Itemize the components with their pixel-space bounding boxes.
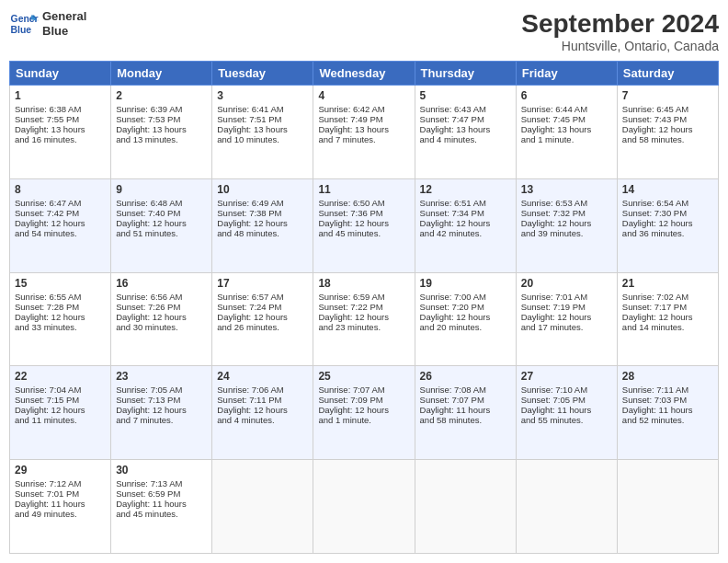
day-info: Daylight: 11 hours [420, 405, 511, 415]
day-info: and 45 minutes. [318, 228, 409, 238]
day-info: Daylight: 12 hours [15, 218, 106, 228]
day-info: Sunrise: 6:41 AM [217, 104, 308, 114]
calendar-cell [516, 460, 617, 554]
day-number: 1 [15, 89, 106, 102]
day-of-week-saturday: Saturday [617, 62, 718, 86]
day-info: and 36 minutes. [622, 228, 713, 238]
day-number: 2 [116, 89, 207, 102]
day-info: Sunset: 7:43 PM [622, 114, 713, 124]
calendar-cell: 15Sunrise: 6:55 AMSunset: 7:28 PMDayligh… [10, 272, 111, 366]
calendar-cell: 3Sunrise: 6:41 AMSunset: 7:51 PMDaylight… [212, 86, 313, 179]
day-number: 17 [217, 277, 308, 290]
day-info: Daylight: 13 hours [521, 124, 612, 134]
day-info: Sunset: 7:53 PM [116, 114, 207, 124]
calendar-cell: 19Sunrise: 7:00 AMSunset: 7:20 PMDayligh… [415, 272, 516, 366]
calendar-cell: 8Sunrise: 6:47 AMSunset: 7:42 PMDaylight… [10, 178, 111, 272]
day-info: Daylight: 11 hours [521, 405, 612, 415]
calendar-cell: 26Sunrise: 7:08 AMSunset: 7:07 PMDayligh… [415, 366, 516, 460]
day-info: Sunrise: 6:53 AM [521, 198, 612, 208]
calendar-cell: 6Sunrise: 6:44 AMSunset: 7:45 PMDaylight… [516, 86, 617, 179]
day-number: 27 [521, 370, 612, 383]
day-info: Sunset: 7:24 PM [217, 302, 308, 312]
day-number: 5 [420, 89, 511, 102]
day-of-week-monday: Monday [111, 62, 212, 86]
day-info: Daylight: 12 hours [521, 218, 612, 228]
calendar-body: 1Sunrise: 6:38 AMSunset: 7:55 PMDaylight… [10, 86, 719, 554]
day-info: Sunrise: 7:12 AM [15, 478, 106, 488]
day-info: and 30 minutes. [116, 322, 207, 332]
day-number: 22 [15, 370, 106, 383]
page: General Blue General Blue September 2024… [0, 0, 728, 563]
day-info: Sunset: 6:59 PM [116, 488, 207, 499]
day-info: Daylight: 12 hours [318, 218, 409, 228]
month-title: September 2024 [521, 9, 719, 39]
day-number: 24 [217, 370, 308, 383]
day-number: 6 [521, 89, 612, 102]
logo-line1: General [42, 9, 86, 24]
day-number: 11 [318, 183, 409, 196]
day-info: Sunset: 7:19 PM [521, 302, 612, 312]
day-info: Sunset: 7:17 PM [622, 302, 713, 312]
day-info: Daylight: 13 hours [217, 124, 308, 134]
day-info: Daylight: 12 hours [318, 312, 409, 322]
day-number: 26 [420, 370, 511, 383]
day-info: and 55 minutes. [521, 415, 612, 425]
day-info: Sunset: 7:42 PM [15, 208, 106, 218]
calendar-cell: 5Sunrise: 6:43 AMSunset: 7:47 PMDaylight… [415, 86, 516, 179]
day-info: Daylight: 12 hours [15, 405, 106, 415]
day-info: Daylight: 12 hours [622, 312, 713, 322]
calendar-cell [313, 460, 415, 554]
day-info: and 39 minutes. [521, 228, 612, 238]
day-info: Sunrise: 6:47 AM [15, 198, 106, 208]
calendar-cell: 30Sunrise: 7:13 AMSunset: 6:59 PMDayligh… [111, 460, 212, 554]
day-info: Sunrise: 7:05 AM [116, 385, 207, 395]
day-info: Sunset: 7:45 PM [521, 114, 612, 124]
day-info: and 11 minutes. [15, 415, 106, 425]
calendar-cell [617, 460, 718, 554]
day-info: Sunrise: 6:55 AM [15, 292, 106, 302]
day-info: Sunset: 7:13 PM [116, 395, 207, 405]
day-info: Sunrise: 6:42 AM [318, 104, 409, 114]
day-of-week-friday: Friday [516, 62, 617, 86]
week-row-2: 8Sunrise: 6:47 AMSunset: 7:42 PMDaylight… [10, 178, 719, 272]
day-info: Daylight: 12 hours [217, 405, 308, 415]
calendar-cell: 29Sunrise: 7:12 AMSunset: 7:01 PMDayligh… [10, 460, 111, 554]
day-of-week-tuesday: Tuesday [212, 62, 313, 86]
day-info: Daylight: 12 hours [420, 312, 511, 322]
day-info: and 45 minutes. [116, 509, 207, 519]
day-number: 8 [15, 183, 106, 196]
day-number: 7 [622, 89, 713, 102]
day-info: and 49 minutes. [15, 509, 106, 519]
day-number: 23 [116, 370, 207, 383]
day-info: Sunrise: 6:48 AM [116, 198, 207, 208]
day-info: Sunrise: 7:10 AM [521, 385, 612, 395]
day-info: Sunrise: 7:13 AM [116, 478, 207, 488]
day-info: and 33 minutes. [15, 322, 106, 332]
calendar-cell: 1Sunrise: 6:38 AMSunset: 7:55 PMDaylight… [10, 86, 111, 179]
day-info: and 1 minute. [318, 415, 409, 425]
day-info: Daylight: 13 hours [15, 124, 106, 134]
day-info: Sunrise: 7:04 AM [15, 385, 106, 395]
day-info: Daylight: 12 hours [318, 405, 409, 415]
day-of-week-wednesday: Wednesday [313, 62, 415, 86]
day-info: Sunset: 7:26 PM [116, 302, 207, 312]
day-number: 18 [318, 277, 409, 290]
day-info: Sunset: 7:34 PM [420, 208, 511, 218]
location: Huntsville, Ontario, Canada [521, 39, 719, 53]
day-number: 9 [116, 183, 207, 196]
day-info: and 48 minutes. [217, 228, 308, 238]
calendar-cell: 20Sunrise: 7:01 AMSunset: 7:19 PMDayligh… [516, 272, 617, 366]
day-info: Sunset: 7:05 PM [521, 395, 612, 405]
day-info: Sunset: 7:55 PM [15, 114, 106, 124]
day-of-week-thursday: Thursday [415, 62, 516, 86]
day-info: and 13 minutes. [116, 134, 207, 144]
day-info: Sunset: 7:11 PM [217, 395, 308, 405]
calendar-cell: 24Sunrise: 7:06 AMSunset: 7:11 PMDayligh… [212, 366, 313, 460]
calendar-cell: 17Sunrise: 6:57 AMSunset: 7:24 PMDayligh… [212, 272, 313, 366]
day-info: Sunset: 7:47 PM [420, 114, 511, 124]
day-info: Daylight: 12 hours [622, 218, 713, 228]
day-info: and 26 minutes. [217, 322, 308, 332]
day-info: Daylight: 12 hours [15, 312, 106, 322]
day-number: 25 [318, 370, 409, 383]
day-info: and 58 minutes. [420, 415, 511, 425]
